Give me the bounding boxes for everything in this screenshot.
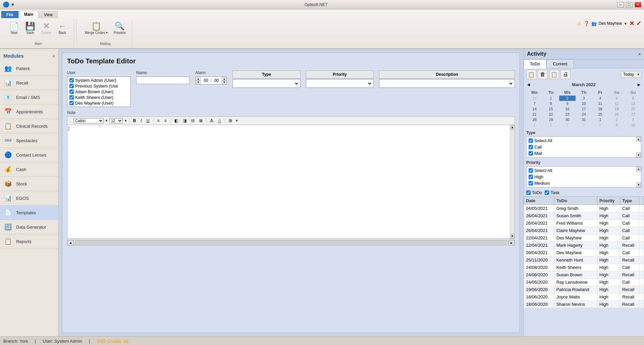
align-justify-button[interactable]: ⊠ (198, 118, 204, 124)
type-mail-checkbox[interactable] (529, 151, 533, 156)
sidebar-item-contact-lenses[interactable]: 🔵 Contact Lenses (0, 148, 58, 162)
type-scroll-down[interactable]: ▼ (636, 153, 641, 157)
minimize-button[interactable]: — (617, 2, 624, 7)
cal-cell-6[interactable]: 6 (625, 96, 641, 101)
sidebar-collapse-button[interactable]: « (52, 53, 55, 59)
table-row[interactable]: 19/06/2020Patricia RowlandHighRecall (524, 286, 644, 293)
todo-checkbox[interactable] (526, 190, 531, 195)
sidebar-item-stock[interactable]: 📦 Stock (0, 177, 58, 191)
cal-cell-16[interactable]: 16 (559, 106, 576, 112)
note-scrollbar[interactable]: ▲ ▼ (510, 125, 515, 238)
ordered-list-button[interactable]: ≡ (156, 118, 161, 124)
sidebar-item-data-generator[interactable]: 🔢 Data Generator (0, 220, 58, 234)
priority-scroll-down[interactable]: ▼ (636, 182, 641, 187)
cal-cell-35[interactable]: 4 (526, 122, 543, 128)
cal-cell-32[interactable]: 1 (592, 117, 608, 122)
horizontal-scrollbar[interactable] (75, 240, 507, 245)
alarm-hours-input[interactable] (201, 78, 211, 83)
cal-cell-24[interactable]: 24 (576, 112, 592, 117)
table-row[interactable]: 26/04/2021Claire MayhewHighCall (524, 227, 644, 234)
unordered-list-button[interactable]: ≡ (163, 118, 168, 124)
tab-view[interactable]: View (39, 11, 58, 18)
scrollbar-up-btn[interactable]: ▲ (510, 125, 515, 130)
cal-cell-23[interactable]: 23 (559, 112, 576, 117)
cal-cell-17[interactable]: 17 (576, 106, 592, 112)
cal-cell-1[interactable]: 1 (543, 96, 559, 101)
scroll-left-button[interactable]: ◄ (67, 240, 74, 245)
priority-scroll-up[interactable]: ▲ (636, 167, 641, 171)
alarm-hours-down[interactable]: ▼ (196, 80, 201, 84)
cal-cell-26[interactable]: 26 (608, 112, 625, 117)
description-select[interactable] (380, 81, 514, 86)
table-row[interactable]: 26/04/2021Susan SmithHighCall (524, 212, 644, 220)
cal-cell-5[interactable]: 5 (608, 96, 625, 101)
scrollbar-down-btn[interactable]: ▼ (510, 234, 515, 238)
name-input[interactable] (136, 76, 190, 84)
type-scroll-up[interactable]: ▲ (636, 137, 641, 141)
save-button[interactable]: 💾 Save (23, 21, 38, 36)
table-row[interactable]: 12/04/2021Mark HagertyHighRecall (524, 242, 644, 249)
cal-cell-0[interactable]: 28 (526, 96, 543, 101)
help-icon[interactable]: ❓ (584, 21, 589, 26)
sidebar-item-patient[interactable]: 👥 Patient (0, 61, 58, 76)
cal-cell-11[interactable]: 11 (592, 101, 608, 106)
user-checkbox-3[interactable] (69, 95, 74, 100)
app-menu-btn[interactable]: ▼ (11, 2, 15, 7)
cal-cell-13[interactable]: 13 (625, 101, 641, 106)
act-delete-button[interactable]: 🗑 (538, 70, 548, 79)
cal-cell-15[interactable]: 15 (543, 106, 559, 112)
color-button[interactable]: A (216, 117, 223, 124)
cal-cell-18[interactable]: 18 (592, 106, 608, 112)
italic-button[interactable]: I (139, 118, 144, 124)
align-center-button[interactable]: ◨ (181, 118, 188, 124)
sidebar-item-egos[interactable]: 📊 EGOS (0, 191, 58, 206)
sidebar-item-recall[interactable]: 📊 Recall (0, 76, 58, 90)
tab-file[interactable]: File (1, 11, 18, 18)
today-select[interactable]: Today (621, 71, 641, 78)
cal-cell-19[interactable]: 19 (608, 106, 625, 112)
cal-cell-7[interactable]: 7 (526, 101, 543, 106)
priority-select[interactable] (307, 81, 372, 86)
user-checkbox-4[interactable] (69, 101, 74, 105)
type-call-checkbox[interactable] (529, 145, 533, 149)
cal-prev-button[interactable]: ◄ (526, 82, 531, 87)
priority-high-checkbox[interactable] (529, 175, 533, 179)
cal-cell-10[interactable]: 10 (576, 101, 592, 106)
table-row[interactable]: 09/04/2021Des MayhewHighCall (524, 249, 644, 256)
cal-cell-28[interactable]: 28 (526, 117, 543, 122)
table-row[interactable]: 24/08/2020Keith SheersHighCall (524, 264, 644, 271)
font-select[interactable]: Calibri Arial Times New Roman (73, 118, 104, 123)
cal-cell-41[interactable]: 10 (625, 122, 641, 128)
user-dropdown-icon[interactable]: ▼ (624, 22, 627, 25)
cal-cell-33[interactable]: 2 (608, 117, 625, 122)
scroll-right-button[interactable]: ► (508, 240, 515, 245)
checkmark-icon[interactable]: ✓ (636, 20, 641, 27)
table-row[interactable]: 26/04/2021Fred WilliamsHighCall (524, 220, 644, 227)
table-button[interactable]: ⊞ (227, 118, 234, 124)
underline-button[interactable]: U (145, 118, 151, 124)
cal-cell-31[interactable]: 31 (576, 117, 592, 122)
sidebar-item-reports[interactable]: 📋 Reports (0, 234, 58, 249)
cal-cell-12[interactable]: 12 (608, 101, 625, 106)
cal-next-button[interactable]: ► (637, 82, 641, 87)
table-row[interactable]: 24/06/2020Ray LansdowneHighCall (524, 279, 644, 286)
align-right-button[interactable]: ⊟ (190, 118, 196, 124)
priority-medium-checkbox[interactable] (529, 181, 533, 185)
tab-todo[interactable]: ToDo (524, 59, 546, 68)
alarm-minutes-up[interactable]: ▲ (222, 77, 226, 80)
alarm-minutes-down[interactable]: ▼ (222, 80, 226, 84)
sidebar-item-appointments[interactable]: 📅 Appointments (0, 105, 58, 119)
cal-cell-21[interactable]: 21 (526, 112, 543, 117)
table-dropdown-icon[interactable]: ▼ (235, 119, 238, 122)
user-name[interactable]: Des Mayhew (599, 21, 622, 26)
table-row[interactable]: 18/06/2020Sharon NevinsHighRecall (524, 301, 644, 308)
cal-cell-3[interactable]: 3 (576, 96, 592, 101)
user-checkbox-2[interactable] (69, 90, 74, 94)
merge-codes-button[interactable]: 📋 Merge Codes ▾ (83, 21, 110, 36)
table-row[interactable]: 04/05/2021Greg SmithHighCall (524, 205, 644, 212)
font-size-select[interactable]: 12 8 10 14 (109, 118, 123, 123)
sidebar-item-clinical-records[interactable]: 📋 Clinical Records (0, 119, 58, 133)
cal-cell-9[interactable]: 9 (559, 101, 576, 106)
cal-cell-27[interactable]: 27 (625, 112, 641, 117)
cal-cell-8[interactable]: 8 (543, 101, 559, 106)
